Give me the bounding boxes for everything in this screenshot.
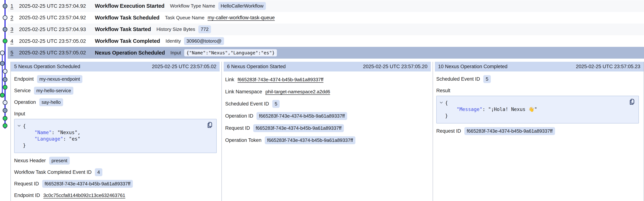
event-row[interactable]: 12025-02-25 UTC 23:57:04.92Workflow Exec… bbox=[8, 0, 644, 12]
event-name: Workflow Task Scheduled bbox=[95, 15, 160, 21]
json-code-line: } bbox=[23, 143, 26, 148]
event-row[interactable]: 32025-02-25 UTC 23:57:04.93Workflow Task… bbox=[8, 24, 644, 35]
event-rows: 12025-02-25 UTC 23:57:04.92Workflow Exec… bbox=[0, 0, 644, 59]
panel-title: 5 Nexus Operation Scheduled bbox=[14, 64, 80, 69]
field-label: Scheduled Event ID bbox=[225, 101, 269, 107]
chevron-down-icon[interactable] bbox=[439, 101, 443, 105]
panel-timestamp: 2025-02-25 UTC 23:57:05.23 bbox=[576, 64, 640, 69]
workflow-history-view: 12025-02-25 UTC 23:57:04.92Workflow Exec… bbox=[0, 0, 644, 201]
json-code: { "Name": "Nexus", "Language": "es" } bbox=[23, 123, 213, 149]
event-dot-completed bbox=[0, 93, 4, 97]
event-id-link[interactable]: 5 bbox=[10, 50, 19, 56]
field-row: Endpointmy-nexus-endpoint bbox=[14, 75, 217, 83]
field-row: Request IDf665283f-743e-4374-b45b-9a61a8… bbox=[436, 127, 639, 135]
event-dot-scheduled bbox=[3, 16, 7, 20]
event-timestamp: 2025-02-25 UTC 23:57:04.92 bbox=[19, 15, 95, 21]
copy-icon bbox=[628, 98, 636, 105]
event-name: Workflow Task Completed bbox=[95, 38, 160, 44]
event-dot-scheduled bbox=[3, 69, 7, 74]
field-value-badge: say-hello bbox=[39, 98, 63, 106]
field-row: Result bbox=[436, 87, 639, 95]
event-attribute: Identity30960@totoro@ bbox=[166, 37, 224, 45]
event-attr-label: History Size Bytes bbox=[156, 27, 195, 32]
panel-content: Scheduled Event ID5Result{ "Message": "¡… bbox=[433, 75, 644, 135]
field-label: Operation Token bbox=[225, 137, 262, 143]
copy-button[interactable] bbox=[628, 98, 636, 106]
event-dot-started bbox=[3, 78, 7, 82]
json-key: "Name" bbox=[34, 130, 52, 135]
event-dot-completed bbox=[3, 124, 7, 128]
event-dot-started bbox=[3, 108, 7, 113]
field-label: Nexus Header bbox=[14, 158, 46, 163]
field-value-link[interactable]: phil-target-namespace2.a2dd6 bbox=[265, 89, 330, 95]
json-code: { "Message": "¡Hola! Nexus 👋" } bbox=[445, 100, 635, 119]
event-attr-label: Identity bbox=[166, 38, 181, 44]
field-label: Workflow Task Completed Event ID bbox=[14, 169, 92, 175]
event-name: Workflow Task Started bbox=[95, 26, 151, 32]
panel-timestamp: 2025-02-25 UTC 23:57:05.20 bbox=[363, 64, 427, 69]
event-id-link[interactable]: 2 bbox=[10, 15, 19, 21]
field-label: Operation ID bbox=[225, 113, 253, 119]
panel-timestamp: 2025-02-25 UTC 23:57:05.02 bbox=[152, 64, 216, 69]
copy-icon bbox=[206, 121, 213, 128]
copy-button[interactable] bbox=[206, 121, 214, 129]
field-row: Endpoint ID3c0c75ccfa8144b092c13ce632463… bbox=[14, 191, 217, 199]
event-timestamp: 2025-02-25 UTC 23:57:04.93 bbox=[19, 27, 95, 32]
field-label: Request ID bbox=[436, 128, 461, 134]
event-id-link[interactable]: 4 bbox=[10, 38, 19, 44]
event-dot-scheduled bbox=[0, 51, 4, 55]
panel-content: Linkf665283f-743e-4374-b45b-9a61a89337ff… bbox=[222, 76, 432, 144]
event-row[interactable]: 42025-02-25 UTC 23:57:05.02Workflow Task… bbox=[8, 35, 644, 47]
field-label: Operation bbox=[14, 99, 36, 105]
field-value-badge: f665283f-743e-4374-b45b-9a61a89337ff bbox=[464, 127, 555, 135]
field-row: Input bbox=[14, 110, 217, 118]
event-attr-value-link[interactable]: my-caller-workflow-task-queue bbox=[208, 15, 275, 21]
field-label: Service bbox=[14, 88, 31, 94]
event-timestamp: 2025-02-25 UTC 23:57:05.02 bbox=[19, 50, 95, 56]
event-row[interactable]: 52025-02-25 UTC 23:57:05.02Nexus Operati… bbox=[8, 47, 644, 59]
field-label: Request ID bbox=[14, 181, 39, 187]
event-id-link[interactable]: 3 bbox=[10, 27, 19, 32]
event-dot-completed bbox=[3, 116, 7, 121]
field-value-badge: f665283f-743e-4374-b45b-9a61a89337ff bbox=[256, 112, 347, 120]
field-label: Endpoint ID bbox=[14, 192, 40, 198]
panel-header: 5 Nexus Operation Scheduled2025-02-25 UT… bbox=[11, 62, 220, 72]
field-row: Operation IDf665283f-743e-4374-b45b-9a61… bbox=[225, 112, 428, 120]
field-row: Link Namespacephil-target-namespace2.a2d… bbox=[225, 88, 428, 96]
field-label: Request ID bbox=[225, 125, 250, 131]
event-detail-panels: 5 Nexus Operation Scheduled2025-02-25 UT… bbox=[10, 62, 644, 201]
chevron-down-icon[interactable] bbox=[17, 124, 21, 128]
event-attr-label: Workflow Type Name bbox=[170, 3, 215, 9]
event-dot-started bbox=[0, 61, 4, 66]
event-attribute: Workflow Type NameHelloCallerWorkflow bbox=[170, 2, 266, 10]
event-attr-value-badge: {"Name":"Nexus","Language":"es"} bbox=[184, 49, 277, 56]
event-detail-panel: 10 Nexus Operation Completed2025-02-25 U… bbox=[433, 62, 644, 201]
field-value-badge: 5 bbox=[272, 100, 280, 108]
event-detail-panel: 6 Nexus Operation Started2025-02-25 UTC … bbox=[222, 62, 432, 201]
field-value-badge: f665283f-743e-4374-b45b-9a61a89337ff bbox=[265, 136, 356, 144]
event-dot-completed bbox=[3, 85, 7, 89]
field-row: Operationsay-hello bbox=[14, 98, 217, 106]
field-row: Operation Tokenf665283f-743e-4374-b45b-9… bbox=[225, 136, 428, 144]
field-value-link[interactable]: f665283f-743e-4374-b45b-9a61a89337ff bbox=[238, 77, 324, 83]
event-attr-value-badge: 30960@totoro@ bbox=[184, 37, 224, 45]
field-value-link[interactable]: 3c0c75ccfa8144b092c13ce632463761 bbox=[43, 192, 125, 198]
event-id-link[interactable]: 1 bbox=[10, 3, 19, 9]
event-dot-scheduled bbox=[3, 101, 7, 105]
field-row: Linkf665283f-743e-4374-b45b-9a61a89337ff bbox=[225, 76, 428, 84]
event-dot-started bbox=[3, 27, 7, 32]
field-value-badge: present bbox=[49, 157, 70, 165]
field-label: Link Namespace bbox=[225, 89, 262, 95]
json-code-block: { "Name": "Nexus", "Language": "es" } bbox=[14, 119, 217, 153]
field-value-badge: my-hello-service bbox=[34, 87, 74, 95]
field-label: Link bbox=[225, 77, 234, 83]
event-attr-value-badge: 772 bbox=[198, 25, 211, 33]
field-label: Scheduled Event ID bbox=[436, 76, 480, 82]
event-attr-label: Task Queue Name bbox=[165, 15, 204, 21]
field-value-badge: 5 bbox=[483, 75, 490, 83]
event-dot-started bbox=[3, 4, 7, 8]
event-row[interactable]: 22025-02-25 UTC 23:57:04.92Workflow Task… bbox=[8, 12, 644, 24]
json-code-block: { "Message": "¡Hola! Nexus 👋" } bbox=[436, 96, 639, 123]
field-row: Request IDf665283f-743e-4374-b45b-9a61a8… bbox=[14, 180, 217, 188]
event-attr-label: Input bbox=[170, 50, 181, 56]
